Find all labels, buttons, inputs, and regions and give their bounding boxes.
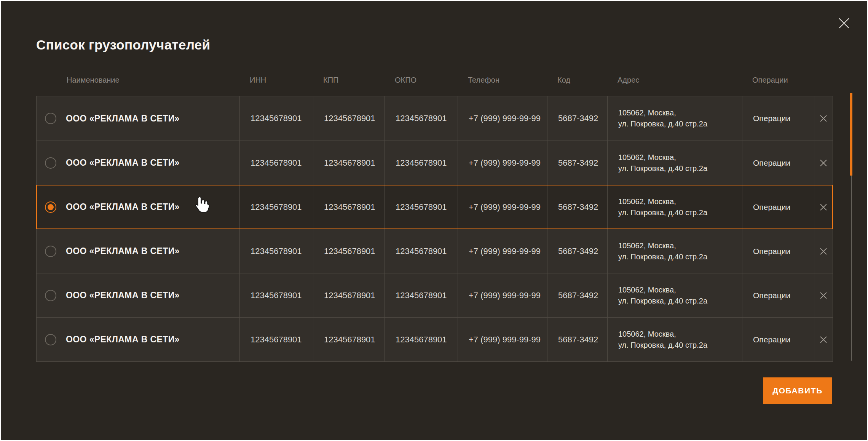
address-line-2: ул. Покровка, д.40 стр.2а	[618, 340, 707, 351]
table-row[interactable]: ООО «РЕКЛАМА В СЕТИ» 12345678901 1234567…	[37, 317, 833, 361]
phone-cell: +7 (999) 999-99-99	[458, 141, 547, 185]
kpp-cell: 12345678901	[313, 273, 385, 317]
address-cell: 105062, Москва, ул. Покровка, д.40 стр.2…	[607, 96, 742, 141]
kpp-cell: 12345678901	[313, 96, 385, 141]
address-line-1: 105062, Москва,	[618, 240, 676, 251]
code-cell: 5687-3492	[547, 273, 607, 317]
address-line-2: ул. Покровка, д.40 стр.2а	[618, 251, 707, 262]
address-cell: 105062, Москва, ул. Покровка, д.40 стр.2…	[607, 318, 742, 361]
code-cell: 5687-3492	[547, 229, 607, 273]
consignee-name: ООО «РЕКЛАМА В СЕТИ»	[66, 334, 180, 345]
inn-cell: 12345678901	[239, 185, 313, 229]
delete-icon	[819, 335, 828, 345]
consignee-name: ООО «РЕКЛАМА В СЕТИ»	[66, 290, 180, 300]
address-cell: 105062, Москва, ул. Покровка, д.40 стр.2…	[607, 229, 742, 273]
table-row[interactable]: ООО «РЕКЛАМА В СЕТИ» 12345678901 1234567…	[37, 141, 833, 185]
okpo-cell: 12345678901	[385, 318, 458, 361]
address-cell: 105062, Москва, ул. Покровка, д.40 стр.2…	[607, 273, 742, 317]
operations-link[interactable]: Операции	[742, 273, 814, 317]
name-cell: ООО «РЕКЛАМА В СЕТИ»	[37, 273, 239, 317]
table-row-selected[interactable]: ООО «РЕКЛАМА В СЕТИ» 12345678901 1234567…	[37, 185, 833, 229]
add-button[interactable]: ДОБАВИТЬ	[763, 377, 832, 404]
kpp-cell: 12345678901	[313, 229, 385, 273]
inn-cell: 12345678901	[239, 96, 313, 141]
name-cell: ООО «РЕКЛАМА В СЕТИ»	[37, 96, 239, 141]
name-cell: ООО «РЕКЛАМА В СЕТИ»	[37, 229, 239, 273]
delete-icon	[819, 291, 828, 300]
delete-row-button[interactable]	[814, 141, 833, 185]
table-row[interactable]: ООО «РЕКЛАМА В СЕТИ» 12345678901 1234567…	[37, 229, 833, 273]
address-line-1: 105062, Москва,	[618, 152, 676, 163]
consignee-name: ООО «РЕКЛАМА В СЕТИ»	[66, 246, 180, 256]
delete-row-button[interactable]	[814, 185, 833, 229]
address-line-1: 105062, Москва,	[618, 196, 676, 207]
code-cell: 5687-3492	[547, 318, 607, 361]
address-line-1: 105062, Москва,	[618, 107, 676, 118]
inn-cell: 12345678901	[239, 229, 313, 273]
delete-row-button[interactable]	[814, 318, 833, 361]
phone-cell: +7 (999) 999-99-99	[458, 273, 547, 317]
address-line-1: 105062, Москва,	[618, 329, 676, 340]
row-radio-button[interactable]	[45, 334, 56, 345]
row-radio-button[interactable]	[45, 290, 56, 301]
address-line-2: ул. Покровка, д.40 стр.2а	[618, 296, 707, 307]
modal-title: Список грузополучателей	[36, 37, 210, 53]
inn-cell: 12345678901	[239, 318, 313, 361]
scrollbar-thumb[interactable]	[850, 93, 852, 176]
column-header-okpo: ОКПО	[384, 76, 457, 84]
kpp-cell: 12345678901	[313, 141, 385, 185]
delete-icon	[819, 158, 828, 168]
address-line-2: ул. Покровка, д.40 стр.2а	[618, 207, 707, 218]
operations-link[interactable]: Операции	[742, 185, 814, 229]
address-cell: 105062, Москва, ул. Покровка, д.40 стр.2…	[607, 185, 742, 229]
phone-cell: +7 (999) 999-99-99	[458, 185, 547, 229]
operations-link[interactable]: Операции	[742, 318, 814, 361]
consignee-list-modal: Список грузополучателей НаименованиеИННК…	[1, 1, 867, 440]
row-radio-button[interactable]	[45, 157, 56, 169]
address-line-1: 105062, Москва,	[618, 284, 676, 296]
consignee-table: ООО «РЕКЛАМА В СЕТИ» 12345678901 1234567…	[36, 96, 833, 362]
delete-icon	[819, 202, 828, 212]
name-cell: ООО «РЕКЛАМА В СЕТИ»	[37, 141, 239, 185]
delete-row-button[interactable]	[814, 96, 833, 141]
okpo-cell: 12345678901	[385, 185, 458, 229]
row-radio-button[interactable]	[45, 246, 56, 257]
table-row[interactable]: ООО «РЕКЛАМА В СЕТИ» 12345678901 1234567…	[37, 273, 833, 317]
address-line-2: ул. Покровка, д.40 стр.2а	[618, 163, 707, 174]
column-header-address: Адрес	[607, 76, 742, 84]
close-button[interactable]	[836, 16, 852, 31]
consignee-name: ООО «РЕКЛАМА В СЕТИ»	[66, 113, 180, 124]
row-radio-button[interactable]	[45, 113, 56, 124]
kpp-cell: 12345678901	[313, 185, 385, 229]
consignee-name: ООО «РЕКЛАМА В СЕТИ»	[66, 158, 180, 168]
table-row[interactable]: ООО «РЕКЛАМА В СЕТИ» 12345678901 1234567…	[37, 96, 833, 141]
operations-link[interactable]: Операции	[742, 229, 814, 273]
column-header-inn: ИНН	[239, 76, 313, 84]
name-cell: ООО «РЕКЛАМА В СЕТИ»	[37, 185, 239, 229]
inn-cell: 12345678901	[239, 273, 313, 317]
address-cell: 105062, Москва, ул. Покровка, д.40 стр.2…	[607, 141, 742, 185]
close-icon	[836, 16, 852, 31]
code-cell: 5687-3492	[547, 96, 607, 141]
okpo-cell: 12345678901	[385, 96, 458, 141]
okpo-cell: 12345678901	[385, 141, 458, 185]
inn-cell: 12345678901	[239, 141, 313, 185]
column-header-code: Код	[547, 76, 607, 84]
phone-cell: +7 (999) 999-99-99	[458, 318, 547, 361]
delete-row-button[interactable]	[814, 229, 833, 273]
address-line-2: ул. Покровка, д.40 стр.2а	[618, 118, 707, 129]
operations-link[interactable]: Операции	[742, 96, 814, 141]
table-header: НаименованиеИННКППОКПОТелефонКодАдресОпе…	[36, 76, 832, 84]
code-cell: 5687-3492	[547, 185, 607, 229]
okpo-cell: 12345678901	[385, 229, 458, 273]
consignee-name: ООО «РЕКЛАМА В СЕТИ»	[66, 202, 180, 212]
column-header-operations: Операции	[742, 76, 814, 84]
delete-row-button[interactable]	[814, 273, 833, 317]
operations-link[interactable]: Операции	[742, 141, 814, 185]
column-header-name: Наименование	[36, 76, 239, 84]
code-cell: 5687-3492	[547, 141, 607, 185]
row-radio-button[interactable]	[45, 201, 56, 213]
kpp-cell: 12345678901	[313, 318, 385, 361]
name-cell: ООО «РЕКЛАМА В СЕТИ»	[37, 318, 239, 361]
delete-icon	[819, 113, 828, 123]
